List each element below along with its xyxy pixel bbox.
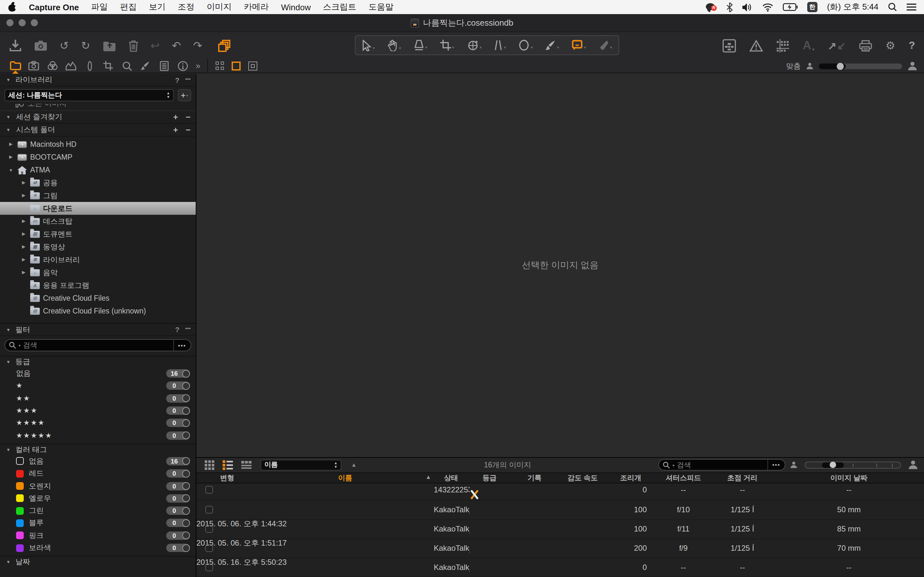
menu-file[interactable]: 파일 xyxy=(91,1,108,13)
count-badge[interactable]: 0 xyxy=(166,394,190,402)
loupe-tool[interactable]: ▾ xyxy=(414,40,427,51)
undo-button[interactable]: ↶ xyxy=(172,40,181,51)
preferences-gear-button[interactable]: ⚙ xyxy=(885,39,895,52)
rating-filter-5star[interactable]: ★★★★★0 xyxy=(0,429,196,442)
add-session-button[interactable]: +▾ xyxy=(178,89,191,101)
col-status[interactable]: 상태 xyxy=(433,473,470,482)
menu-camera[interactable]: 카메라 xyxy=(244,1,269,13)
rating-filter-none[interactable]: 없음16 xyxy=(0,367,196,380)
thumb-size-large-icon[interactable] xyxy=(908,460,918,470)
straighten-rotate-tool[interactable]: ▾ xyxy=(467,40,481,51)
color-filter-blue[interactable]: 블루0 xyxy=(0,517,196,530)
export-originals-button[interactable] xyxy=(102,40,116,51)
tab-overflow-button[interactable]: » xyxy=(192,61,204,71)
color-filter-yellow[interactable]: 옐로우0 xyxy=(0,492,196,504)
tree-item-macintosh-hd[interactable]: ▶Macintosh HD xyxy=(0,138,196,151)
color-filter-pink[interactable]: 핑크0 xyxy=(0,529,196,542)
battery-charging-icon[interactable] xyxy=(783,3,798,11)
tree-item-library-folder[interactable]: ▶≣라이브러리 xyxy=(0,253,196,266)
col-record[interactable]: 기록 xyxy=(509,473,559,482)
help-button[interactable]: ? xyxy=(909,40,915,51)
tree-item-documents[interactable]: ▶▤도큐멘트 xyxy=(0,227,196,240)
col-aperture[interactable]: 조리개 xyxy=(606,473,656,482)
kakaotalk-status-icon[interactable]: N xyxy=(706,2,717,12)
rotate-left-button[interactable]: ↺ xyxy=(60,40,69,51)
menu-scripts[interactable]: 스크립트 xyxy=(323,1,357,13)
spot-removal-tool[interactable]: ▾ xyxy=(519,40,533,51)
tree-item-downloads-selected[interactable]: ↓다운로드 xyxy=(0,202,196,215)
grid-overlay-button[interactable] xyxy=(776,39,789,52)
col-shutter[interactable]: 셔터스피드 xyxy=(656,473,711,482)
col-rating[interactable]: 등급 xyxy=(470,473,509,482)
volume-icon[interactable] xyxy=(742,3,753,11)
wifi-icon[interactable] xyxy=(762,3,773,11)
color-filter-green[interactable]: 그린0 xyxy=(0,504,196,517)
count-badge[interactable]: 0 xyxy=(166,406,190,415)
count-badge[interactable]: 16 xyxy=(166,369,190,378)
sort-stepper-icon[interactable]: ▲▼ xyxy=(334,462,338,469)
rotate-right-button[interactable]: ↻ xyxy=(81,40,90,51)
col-focal-length[interactable]: 초점 거리 xyxy=(711,473,774,482)
browser-grid-view-button[interactable] xyxy=(202,459,216,472)
annotation-tool-active[interactable]: ▾ xyxy=(572,40,586,51)
count-badge[interactable]: 0 xyxy=(166,544,190,552)
row-checkbox[interactable] xyxy=(205,486,213,494)
view-mode-grid[interactable] xyxy=(211,59,228,73)
tree-item-music[interactable]: ▶♪음악 xyxy=(0,266,196,279)
session-favorites-header[interactable]: ▼ 세션 즐겨찾기 +− xyxy=(0,111,196,124)
count-badge[interactable]: 16 xyxy=(166,457,190,466)
rating-filter-4star[interactable]: ★★★★0 xyxy=(0,417,196,429)
tree-item-movies[interactable]: ▶▦동영상 xyxy=(0,240,196,253)
menu-window[interactable]: Window xyxy=(281,2,311,12)
rating-filter-2star[interactable]: ★★0 xyxy=(0,392,196,405)
row-checkbox[interactable] xyxy=(205,525,213,533)
close-window-button[interactable] xyxy=(6,19,13,26)
filters-panel-header[interactable]: ▼ 필터 ? ••• xyxy=(0,323,196,336)
notification-center-icon[interactable] xyxy=(907,3,916,11)
color-filter-orange[interactable]: 오렌지0 xyxy=(0,480,196,492)
import-images-button[interactable] xyxy=(9,39,22,52)
count-badge[interactable]: 0 xyxy=(166,431,190,440)
tree-item-shared[interactable]: ▶⇄공용 xyxy=(0,176,196,189)
fit-label[interactable]: 맞춤 xyxy=(786,61,801,71)
browser-search-field[interactable]: ▾ 검색 ••• xyxy=(658,459,785,471)
annotations-visibility-button[interactable]: A▾ xyxy=(803,39,814,52)
erase-mask-tool[interactable]: ▾ xyxy=(599,40,612,51)
date-section-header[interactable]: ▼날짜 xyxy=(0,556,196,567)
count-badge[interactable]: 0 xyxy=(166,482,190,490)
tree-item-creative-cloud-unknown[interactable]: ◎Creative Cloud Files (unknown) xyxy=(0,305,196,318)
view-mode-single-active[interactable] xyxy=(228,59,244,73)
reset-adjustments-button[interactable]: ↩ xyxy=(150,40,160,51)
draw-mask-brush-tool[interactable]: ▾ xyxy=(545,40,559,51)
thumbnail-size-slider[interactable] xyxy=(804,462,901,469)
color-filter-none[interactable]: 없음16 xyxy=(0,455,196,468)
collapse-library-icon[interactable]: ▼ xyxy=(5,77,11,82)
menu-edit[interactable]: 편집 xyxy=(120,1,137,13)
tree-item-atma-home[interactable]: ▼ ATMA xyxy=(0,163,196,176)
menu-adjust[interactable]: 조정 xyxy=(178,1,194,13)
sort-direction-icon[interactable]: ▲ xyxy=(351,462,357,468)
count-badge[interactable]: 0 xyxy=(166,519,190,527)
menu-app-name[interactable]: Capture One xyxy=(29,2,79,12)
table-row[interactable]: KakaoTalk_Photo_2015-05-17-21-24-42.jpeg… xyxy=(196,558,924,577)
print-button[interactable] xyxy=(859,39,872,52)
menu-image[interactable]: 이미지 xyxy=(207,1,232,13)
zoom-window-button[interactable] xyxy=(31,19,38,26)
search-scope-caret-icon[interactable]: ▾ xyxy=(672,463,674,467)
col-name-sorted[interactable]: 이름▲ xyxy=(258,473,433,482)
menu-view[interactable]: 보기 xyxy=(149,1,166,13)
table-row[interactable]: 1432222537XNMPdtX2WO4WKFg.jpg 0 -- -- -- xyxy=(196,484,924,501)
color-filter-red[interactable]: 레드0 xyxy=(0,467,196,480)
bluetooth-icon[interactable] xyxy=(726,2,733,12)
count-badge[interactable]: 0 xyxy=(166,506,190,515)
add-favorite-button[interactable]: + xyxy=(173,113,178,121)
search-scope-caret-icon[interactable]: ▾ xyxy=(19,343,21,348)
zoom-out-person-icon[interactable] xyxy=(806,62,814,70)
tree-item-pictures[interactable]: ▶⌾그림 xyxy=(0,189,196,202)
browser-list-view-button-active[interactable] xyxy=(221,459,235,472)
row-checkbox[interactable] xyxy=(205,506,213,514)
system-folders-header[interactable]: ▼ 시스템 폴더 +− xyxy=(0,124,196,137)
library-menu-icon[interactable]: ••• xyxy=(185,76,191,84)
remove-system-folder-button[interactable]: − xyxy=(186,126,191,134)
session-stepper-icon[interactable]: ▲▼ xyxy=(166,92,170,99)
